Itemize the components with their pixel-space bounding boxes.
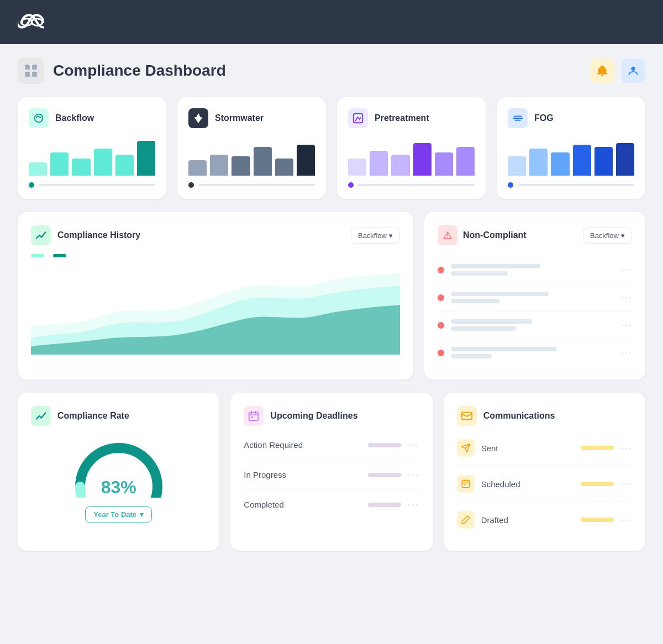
nc-more[interactable]: ··· xyxy=(620,292,632,303)
svg-point-8 xyxy=(35,114,43,123)
nc-more[interactable]: ··· xyxy=(620,264,632,276)
svg-rect-5 xyxy=(32,72,37,77)
completed-right: ··· xyxy=(368,499,419,510)
backflow-footer xyxy=(29,182,155,188)
header-actions xyxy=(590,59,645,83)
completed-more[interactable]: ··· xyxy=(408,499,419,510)
pretreatment-dot xyxy=(348,182,354,188)
nc-item[interactable]: ··· xyxy=(438,256,632,284)
backflow-card[interactable]: Backflow xyxy=(18,97,166,199)
bar xyxy=(115,155,134,176)
nc-list: ··· ··· ··· xyxy=(438,256,632,366)
bar xyxy=(297,145,315,176)
backflow-chart xyxy=(29,137,155,176)
legend-color-2 xyxy=(53,254,66,257)
page-title-left: Compliance Dashboard xyxy=(18,57,226,84)
compliance-history-dropdown[interactable]: Backflow ▾ xyxy=(351,228,400,244)
comms-item-sent[interactable]: Sent ··· xyxy=(457,430,632,466)
svg-point-6 xyxy=(601,74,603,76)
stormwater-footer xyxy=(188,182,315,188)
action-required-label: Action Required xyxy=(244,440,303,450)
stormwater-dot xyxy=(188,182,194,188)
app-header xyxy=(0,0,663,44)
upcoming-deadlines-title: Upcoming Deadlines xyxy=(270,411,357,421)
sent-label: Sent xyxy=(481,444,574,453)
action-required-right: ··· xyxy=(368,439,419,451)
upcoming-item-action-required[interactable]: Action Required ··· xyxy=(244,430,419,460)
alert-icon-box: ⚠ xyxy=(438,225,457,245)
nc-bars xyxy=(451,264,614,276)
year-to-date-dropdown[interactable]: Year To Date ▾ xyxy=(85,506,152,522)
middle-row: Compliance History Backflow ▾ xyxy=(18,212,645,379)
compliance-history-header: Compliance History Backflow ▾ xyxy=(31,225,400,245)
stormwater-card[interactable]: Stormwater xyxy=(177,97,326,199)
non-compliant-dropdown[interactable]: Backflow ▾ xyxy=(583,228,632,244)
nc-more[interactable]: ··· xyxy=(620,347,632,358)
infinity-logo xyxy=(18,9,44,35)
nc-bar xyxy=(451,271,508,276)
comms-item-scheduled[interactable]: Scheduled ··· xyxy=(457,466,632,502)
svg-rect-3 xyxy=(32,65,37,70)
user-icon xyxy=(627,65,639,77)
fog-card-header: FOG xyxy=(508,108,634,128)
stormwater-chart xyxy=(188,137,315,176)
calendar-icon xyxy=(248,410,260,422)
non-compliant-title: Non-Compliant xyxy=(463,230,527,240)
in-progress-more[interactable]: ··· xyxy=(408,469,419,481)
pretreatment-progress xyxy=(358,184,475,186)
page-title-row: Compliance Dashboard xyxy=(18,57,645,84)
legend-item-2 xyxy=(53,254,66,257)
nc-dot xyxy=(438,322,444,329)
upcoming-item-in-progress[interactable]: In Progress ··· xyxy=(244,460,419,490)
area-chart xyxy=(31,266,400,355)
scheduled-more[interactable]: ··· xyxy=(620,478,632,490)
page-title: Compliance Dashboard xyxy=(53,62,226,80)
calendar-icon-box xyxy=(244,406,264,426)
bar xyxy=(616,143,634,176)
backflow-icon xyxy=(33,112,45,124)
pretreatment-card[interactable]: Pretreatment xyxy=(337,97,486,199)
pencil-icon xyxy=(461,515,471,525)
fog-icon-box xyxy=(508,108,528,128)
notification-button[interactable] xyxy=(590,59,614,83)
upcoming-item-completed[interactable]: Completed ··· xyxy=(244,490,419,519)
stormwater-card-header: Stormwater xyxy=(188,108,315,128)
nc-bar xyxy=(451,326,516,331)
fog-icon xyxy=(512,112,524,124)
comms-item-drafted[interactable]: Drafted ··· xyxy=(457,502,632,537)
bar xyxy=(348,159,366,176)
bar xyxy=(435,152,453,176)
nc-item[interactable]: ··· xyxy=(438,284,632,312)
user-button[interactable] xyxy=(621,59,645,83)
nc-item[interactable]: ··· xyxy=(438,312,632,339)
fog-card[interactable]: FOG xyxy=(497,97,645,199)
stormwater-progress xyxy=(198,184,315,186)
pretreatment-footer xyxy=(348,182,475,188)
nc-item[interactable]: ··· xyxy=(438,339,632,366)
main-content: Compliance Dashboard xyxy=(0,44,663,564)
nc-bars xyxy=(451,347,614,358)
fog-progress xyxy=(518,184,634,186)
compliance-rate-header: Compliance Rate xyxy=(31,406,129,426)
nc-bars xyxy=(451,319,614,331)
svg-rect-2 xyxy=(25,65,30,70)
sent-bar xyxy=(581,446,614,450)
bar xyxy=(137,141,155,176)
bar xyxy=(391,155,409,176)
svg-rect-4 xyxy=(25,72,30,77)
compliance-history-icon-box xyxy=(31,225,51,245)
upcoming-deadlines-list: Action Required ··· In Progress ··· Comp… xyxy=(244,430,419,519)
year-dropdown-label: Year To Date xyxy=(93,510,136,519)
sent-more[interactable]: ··· xyxy=(620,442,632,454)
communications-title: Communications xyxy=(483,411,555,421)
svg-rect-13 xyxy=(249,413,259,421)
upcoming-deadlines-card: Upcoming Deadlines Action Required ··· I… xyxy=(230,393,432,551)
in-progress-label: In Progress xyxy=(244,470,286,479)
nc-more[interactable]: ··· xyxy=(620,319,632,331)
action-required-more[interactable]: ··· xyxy=(408,439,419,451)
pretreatment-icon xyxy=(352,112,364,124)
drafted-more[interactable]: ··· xyxy=(620,514,632,526)
envelope-icon-box xyxy=(457,406,477,426)
bar xyxy=(210,155,228,176)
bar xyxy=(94,149,112,176)
